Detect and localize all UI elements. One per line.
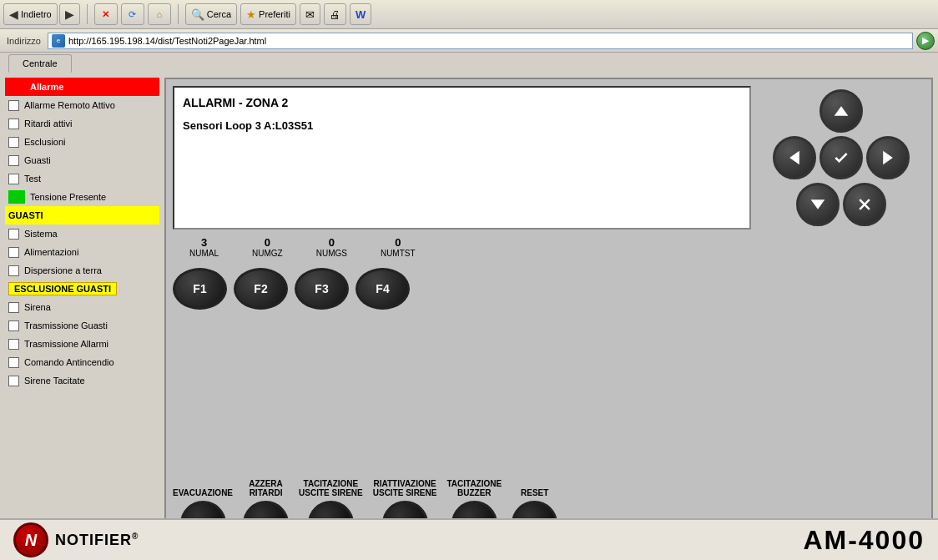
ritardi-label: Ritardi attivi <box>24 119 72 129</box>
stop-button[interactable]: ✕ <box>94 3 118 25</box>
print-button[interactable]: 🖨 <box>324 3 346 25</box>
forward-button[interactable]: ▶ <box>59 3 80 25</box>
sidebar-item-tensione[interactable]: Tensione Presente <box>5 188 159 206</box>
stat-numal-value: 3 <box>189 236 219 249</box>
stat-numtst: 0 NUMTST <box>364 235 432 260</box>
go-button[interactable]: ▶ <box>916 32 935 50</box>
notifier-label: NOTIFIER <box>55 532 132 548</box>
sidebar-item-ritardi[interactable]: Ritardi attivi <box>5 114 159 133</box>
riattivazione-uscite-label: RIATTIVAZIONE USCITE SIRENE <box>373 479 437 497</box>
sidebar-item-guasti[interactable]: Guasti <box>5 151 159 169</box>
search-label: Cerca <box>207 9 231 19</box>
nav-right-button[interactable] <box>866 136 910 179</box>
sidebar-item-test[interactable]: Test <box>5 169 159 188</box>
sirene-tacitate-label: Sirene Tacitate <box>24 376 85 386</box>
svg-marker-2 <box>883 151 893 165</box>
search-button[interactable]: 🔍 Cerca <box>185 3 237 25</box>
stat-numal: 3 NUMAL <box>173 235 235 260</box>
tacitazione-uscite-label: TACITAZIONE USCITE SIRENE <box>299 479 363 497</box>
right-panel: ALLARMI - ZONA 2 Sensori Loop 3 A:L03S51 <box>164 78 933 555</box>
comando-antincendio-checkbox[interactable] <box>8 357 19 368</box>
dispersione-checkbox[interactable] <box>8 265 19 276</box>
sidebar: Allarme Allarme Remoto Attivo Ritardi at… <box>5 78 159 555</box>
sidebar-item-sistema[interactable]: Sistema <box>5 225 159 243</box>
fn-f1-button[interactable]: F1 <box>173 268 227 310</box>
alimentazioni-checkbox[interactable] <box>8 247 19 258</box>
tab-bar: Centrale <box>0 53 938 73</box>
trasmissione-guasti-label: Trasmissione Guasti <box>24 320 108 330</box>
fn-f2-button[interactable]: F2 <box>234 268 288 310</box>
stat-numgs-label: NUMGS <box>316 249 347 258</box>
nav-down-button[interactable] <box>796 183 840 226</box>
allarme-remoto-checkbox[interactable] <box>8 100 19 111</box>
word-button[interactable]: W <box>350 3 371 25</box>
sidebar-item-dispersione[interactable]: Dispersione a terra <box>5 261 159 280</box>
stats-row: 3 NUMAL 0 NUMGZ 0 NUMGS 0 NUMTST <box>173 235 925 260</box>
tab-centrale[interactable]: Centrale <box>8 54 72 73</box>
sidebar-item-guasti-yellow[interactable]: GUASTI <box>5 206 159 225</box>
sirena-checkbox[interactable] <box>8 302 19 313</box>
nav-esc-button[interactable] <box>843 183 886 226</box>
stat-numgz: 0 NUMGZ <box>235 235 300 260</box>
trasmissione-guasti-checkbox[interactable] <box>8 320 19 331</box>
tab-label: Centrale <box>23 58 58 68</box>
sistema-checkbox[interactable] <box>8 229 19 240</box>
nav-up-button[interactable] <box>819 89 863 133</box>
star-icon: ★ <box>246 8 256 21</box>
back-button[interactable]: ◀ Indietro <box>3 3 58 25</box>
fn-f3-button[interactable]: F3 <box>295 268 349 310</box>
azzera-ritardi-label: AZZERA RITARDI <box>249 479 283 497</box>
trasmissione-allarmi-checkbox[interactable] <box>8 339 19 350</box>
sidebar-item-trasmissione-allarmi[interactable]: Trasmissione Allarmi <box>5 335 159 353</box>
favorites-label: Preferiti <box>259 9 290 19</box>
nav-left-button[interactable] <box>773 136 816 179</box>
print-icon: 🖨 <box>330 8 340 21</box>
sidebar-item-sirene-tacitate[interactable]: Sirene Tacitate <box>5 371 159 390</box>
svg-marker-1 <box>789 151 799 165</box>
fn-f4-button[interactable]: F4 <box>356 268 410 310</box>
stat-numgz-value: 0 <box>252 236 283 249</box>
back-label: Indietro <box>21 9 52 19</box>
refresh-button[interactable]: ⟳ <box>121 3 144 25</box>
am4000-model: AM-4000 <box>803 525 925 556</box>
sidebar-item-sirena[interactable]: Sirena <box>5 298 159 316</box>
sirene-tacitate-checkbox[interactable] <box>8 376 19 386</box>
sidebar-item-allarme[interactable]: Allarme <box>5 78 159 96</box>
favorites-button[interactable]: ★ Preferiti <box>240 3 296 25</box>
guasti-checkbox[interactable] <box>8 155 19 166</box>
sidebar-item-trasmissione-guasti[interactable]: Trasmissione Guasti <box>5 316 159 335</box>
esclusioni-label: Esclusioni <box>24 137 66 147</box>
search-icon: 🔍 <box>191 8 204 21</box>
address-input-container[interactable]: e http://165.195.198.14/dist/TestNoti2Pa… <box>48 33 913 49</box>
ritardi-checkbox[interactable] <box>8 119 19 129</box>
esclusioni-checkbox[interactable] <box>8 137 19 148</box>
notifier-brand-text: NOTIFIER® <box>55 532 139 549</box>
display-title: ALLARMI - ZONA 2 <box>183 96 741 109</box>
guasti-label: Guasti <box>24 155 51 165</box>
separator-2 <box>178 4 179 24</box>
alimentazioni-label: Alimentazioni <box>24 247 78 257</box>
stat-numtst-value: 0 <box>381 236 416 249</box>
sidebar-item-allarme-remoto[interactable]: Allarme Remoto Attivo <box>5 96 159 114</box>
stat-numgz-label: NUMGZ <box>252 249 283 258</box>
reg-symbol: ® <box>132 532 139 541</box>
svg-marker-3 <box>811 199 825 209</box>
sidebar-item-esclusione-guasti[interactable]: ESCLUSIONE GUASTI <box>5 280 159 298</box>
sidebar-item-comando-antincendio[interactable]: Comando Antincendio <box>5 353 159 371</box>
separator-1 <box>87 4 88 24</box>
sidebar-item-alimentazioni[interactable]: Alimentazioni <box>5 243 159 261</box>
nav-controls <box>758 86 925 230</box>
sidebar-item-esclusioni[interactable]: Esclusioni <box>5 133 159 151</box>
test-checkbox[interactable] <box>8 174 19 184</box>
evacuazione-label: EVACUAZIONE <box>173 488 233 497</box>
comando-antincendio-label: Comando Antincendio <box>24 357 114 367</box>
reset-label: RESET <box>521 488 548 497</box>
nav-confirm-button[interactable] <box>819 136 863 179</box>
notifier-n-icon: N <box>25 531 37 550</box>
home-button[interactable]: ⌂ <box>148 3 171 25</box>
stat-numal-label: NUMAL <box>189 249 219 258</box>
allarme-label: Allarme <box>30 82 63 92</box>
dispersione-label: Dispersione a terra <box>24 265 102 275</box>
mail-button[interactable]: ✉ <box>300 3 320 25</box>
word-icon: W <box>356 8 366 21</box>
